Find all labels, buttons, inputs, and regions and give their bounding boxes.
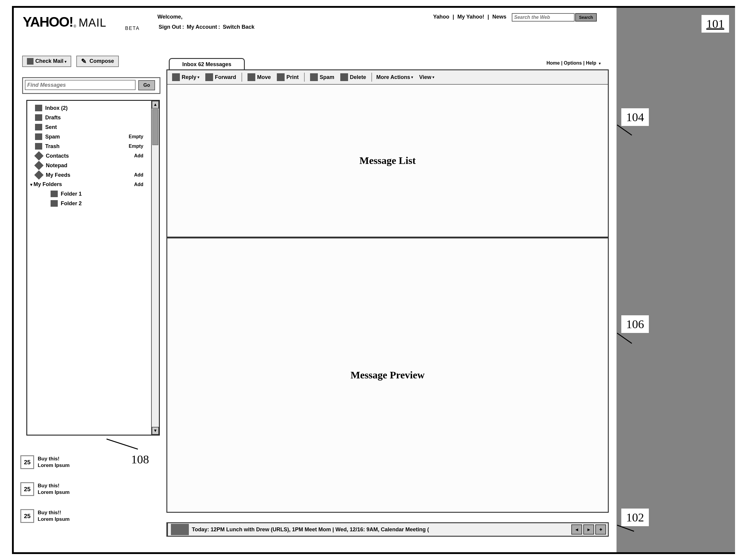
logo-bang: ! — [69, 14, 73, 30]
scroll-up-icon[interactable]: ▲ — [152, 101, 159, 109]
compose-button[interactable]: Compose — [76, 56, 119, 67]
switchback-link[interactable]: Switch Back — [223, 24, 254, 30]
notepad-icon — [34, 161, 44, 170]
myaccount-link[interactable]: My Account — [187, 24, 217, 30]
folder-feeds[interactable]: My FeedsAdd — [29, 170, 149, 180]
ad-sub: Lorem Ipsum — [38, 516, 70, 522]
separator — [304, 73, 305, 82]
ticker-text[interactable]: Today: 12PM Lunch with Drew (URLS), 1PM … — [192, 527, 571, 533]
help-link[interactable]: Help — [586, 60, 596, 65]
drafts-icon — [35, 114, 42, 121]
message-list-pane[interactable]: Message List — [167, 85, 608, 237]
folder-contacts[interactable]: ContactsAdd — [29, 151, 149, 161]
contacts-icon — [34, 151, 44, 160]
mini-ad-1[interactable]: 25 Buy this!Lorem Ipsum — [20, 455, 140, 469]
message-list-placeholder: Message List — [359, 155, 416, 166]
view-button[interactable]: View▾ — [417, 73, 437, 82]
ad-number: 25 — [20, 509, 34, 523]
reply-icon — [172, 73, 180, 81]
mini-ad-3[interactable]: 25 Buy this!!Lorem Ipsum — [20, 509, 140, 523]
search-input[interactable] — [512, 13, 575, 22]
add-link[interactable]: Add — [134, 172, 143, 178]
ad-title: Buy this! — [38, 456, 59, 461]
move-icon — [248, 73, 255, 81]
mini-ad-2[interactable]: 25 Buy this!Lorem Ipsum — [20, 482, 140, 496]
ticker-expand-button[interactable]: ✚ — [595, 525, 606, 535]
home-link[interactable]: Home — [546, 60, 560, 65]
delete-icon — [340, 73, 348, 81]
delete-button[interactable]: Delete — [338, 72, 368, 82]
folder-drafts[interactable]: Drafts — [29, 113, 149, 122]
find-input[interactable] — [25, 80, 135, 90]
separator — [371, 73, 372, 82]
nav-news[interactable]: News — [492, 14, 506, 20]
compose-icon — [81, 58, 88, 64]
more-actions-button[interactable]: More Actions▾ — [375, 73, 415, 82]
message-toolbar: Reply▾ Forward Move Print Spam Delete Mo… — [167, 70, 608, 85]
checkmail-label: Check Mail — [35, 58, 63, 64]
spam-icon — [35, 133, 42, 140]
empty-link[interactable]: Empty — [129, 134, 143, 139]
checkmail-button[interactable]: Check Mail▾ — [22, 56, 71, 67]
logo-beta: BETA — [125, 26, 140, 31]
ad-title: Buy this! — [38, 483, 59, 488]
top-nav: Yahoo | My Yahoo! | News — [431, 14, 508, 20]
folder-custom-2[interactable]: Folder 2 — [29, 198, 149, 208]
logo-brand: YAHOO — [23, 14, 69, 30]
folder-label: My Feeds — [46, 172, 70, 178]
options-link[interactable]: Options — [564, 60, 582, 65]
reply-button[interactable]: Reply▾ — [170, 72, 202, 82]
folder-inbox[interactable]: Inbox (2) — [29, 103, 149, 113]
find-go-button[interactable]: Go — [138, 80, 155, 90]
folder-myfolders[interactable]: ▾My FoldersAdd — [29, 180, 149, 189]
btn-label: View — [419, 74, 431, 80]
leader-line — [617, 332, 632, 344]
ticker-prev-button[interactable]: ◀ — [571, 525, 582, 535]
folder-label: Folder 2 — [61, 201, 82, 207]
ad-sub: Lorem Ipsum — [38, 462, 70, 468]
callout-104: 104 — [621, 108, 649, 126]
signout-link[interactable]: Sign Out — [159, 24, 181, 30]
compose-label: Compose — [89, 58, 114, 64]
left-toolbar: Check Mail▾ Compose — [22, 56, 611, 67]
ticker-next-button[interactable]: ▶ — [583, 525, 594, 535]
welcome-text: Welcome, — [157, 14, 183, 20]
scroll-down-icon[interactable]: ▼ — [152, 427, 159, 435]
folder-label: My Folders — [33, 181, 62, 188]
right-ad-panel: 101 104 106 102 — [617, 8, 735, 552]
nav-myyahoo[interactable]: My Yahoo! — [457, 14, 484, 20]
tab-inbox[interactable]: Inbox 62 Messages — [169, 58, 245, 70]
sent-icon — [35, 124, 42, 130]
calendar-ticker: Today: 12PM Lunch with Drew (URLS), 1PM … — [166, 522, 609, 537]
spam-button[interactable]: Spam — [308, 72, 337, 82]
scroll-thumb[interactable] — [152, 109, 158, 145]
add-link[interactable]: Add — [134, 182, 143, 187]
ad-title: Buy this!! — [38, 510, 61, 515]
move-button[interactable]: Move — [245, 72, 273, 82]
folder-label: Drafts — [45, 114, 61, 121]
empty-link[interactable]: Empty — [129, 143, 143, 149]
folder-notepad[interactable]: Notepad — [29, 161, 149, 170]
feeds-icon — [34, 170, 44, 180]
message-preview-pane[interactable]: Message Preview — [166, 238, 609, 513]
nav-yahoo[interactable]: Yahoo — [433, 14, 449, 20]
folder-label: Folder 1 — [61, 191, 82, 197]
btn-label: Spam — [319, 74, 334, 80]
add-link[interactable]: Add — [134, 153, 143, 159]
folder-trash[interactable]: TrashEmpty — [29, 141, 149, 151]
forward-button[interactable]: Forward — [203, 72, 238, 82]
folder-icon — [51, 191, 58, 197]
folder-custom-1[interactable]: Folder 1 — [29, 189, 149, 198]
calendar-icon[interactable] — [171, 524, 189, 535]
logo[interactable]: YAHOO!®MAIL — [23, 14, 106, 30]
folder-sent[interactable]: Sent — [29, 122, 149, 132]
folder-scrollbar[interactable]: ▲ ▼ — [151, 101, 159, 435]
print-button[interactable]: Print — [275, 72, 301, 82]
search-button[interactable]: Search — [575, 13, 597, 22]
ad-number: 25 — [20, 482, 34, 496]
folder-spam[interactable]: SpamEmpty — [29, 132, 149, 141]
mail-icon — [27, 58, 33, 64]
print-icon — [277, 73, 285, 81]
message-list-container: Reply▾ Forward Move Print Spam Delete Mo… — [166, 70, 609, 238]
chevron-down-icon: ▾ — [599, 61, 601, 65]
